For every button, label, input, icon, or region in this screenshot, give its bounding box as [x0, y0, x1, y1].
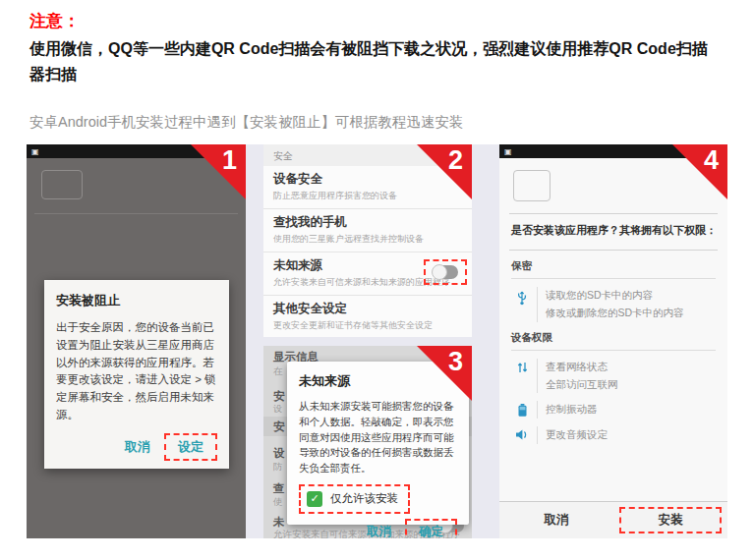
dialog-title: 安装被阻止 [56, 292, 217, 309]
bg-fragment: 安 [273, 389, 285, 404]
battery-icon [511, 401, 533, 418]
cancel-button[interactable]: 取消 [499, 502, 613, 538]
permission-line: 查看网络状态 [546, 361, 608, 372]
divider [537, 426, 538, 444]
permission-line: 修改或删除您的SD卡中的内容 [546, 307, 684, 318]
section-device-permissions: 设备权限 [511, 331, 716, 345]
panel-unknown-sources-dialog: 显示信息 在 安 设 安 设 防 查 使 未 允许安装来自可信来源和未知来源的应… [263, 346, 472, 538]
network-arrows-icon [511, 359, 533, 374]
install-button-bar: 取消 安装 [499, 501, 727, 538]
app-icon-placeholder [513, 170, 551, 201]
permission-line: 控制振动器 [546, 401, 598, 419]
cancel-button[interactable]: 取消 [359, 521, 399, 538]
bg-fragment: 在 [273, 365, 283, 378]
cancel-label: 取消 [545, 512, 569, 529]
divider [509, 250, 718, 251]
install-screen-body: 是否安装该应用程序？其将拥有以下权限： 保密 读取您的SD卡中的内容 修改或删除 [499, 158, 727, 501]
permission-line: 更改音频设定 [546, 426, 608, 444]
cancel-button[interactable]: 取消 [117, 435, 158, 459]
step-number: 1 [222, 145, 237, 176]
divider [537, 287, 538, 322]
permission-row-storage: 读取您的SD卡中的内容 修改或删除您的SD卡中的内容 [511, 287, 727, 322]
divider [537, 401, 538, 419]
allow-once-checkbox-row[interactable]: ✓ 仅允许该安装 [299, 484, 410, 514]
step-badge-triangle [191, 144, 246, 199]
highlight-box [424, 259, 467, 285]
permission-row-audio: 更改音频设定 [511, 426, 727, 444]
permission-row-vibrate: 控制振动器 [511, 401, 727, 419]
section-privacy: 保密 [511, 259, 716, 273]
dialog-body: 出于安全原因，您的设备当前已设置为阻止安装从三星应用商店以外的来源获得的应用程序… [56, 319, 217, 424]
install-blocked-dialog: 安装被阻止 出于安全原因，您的设备当前已设置为阻止安装从三星应用商店以外的来源获… [44, 280, 229, 469]
screenshots-strip: ▣ 1 4G ◢ 7 安装被阻止 出于安全原因，您的设备当前已设置为阻止安装从三… [27, 144, 727, 538]
step-number: 4 [704, 145, 719, 176]
item-subtitle: 使用您的三星账户远程查找并控制设备 [273, 233, 462, 246]
divider [34, 213, 238, 214]
unknown-sources-toggle[interactable] [433, 265, 458, 279]
permission-row-network: 查看网络状态 全部访问互联网 [511, 359, 727, 394]
divider [537, 359, 538, 394]
item-title: 其他安全设定 [273, 301, 462, 317]
dialog-buttons: 取消 确定 [299, 519, 457, 538]
dialog-body: 从未知来源安装可能损害您的设备和个人数据。轻敲确定，即表示您同意对因使用这些应用… [299, 399, 457, 476]
bg-fragment: 使 [273, 496, 283, 509]
panel-install-blocked: ▣ 1 4G ◢ 7 安装被阻止 出于安全原因，您的设备当前已设置为阻止安装从三… [27, 144, 246, 538]
permission-line: 读取您的SD卡中的内容 [546, 289, 653, 301]
panel-security-settings: 安全 设备安全 防止恶意应用程序损害您的设备 查找我的手机 使用您的三星账户远程… [263, 144, 472, 337]
step-number: 2 [448, 145, 463, 176]
app-icon-placeholder [41, 170, 83, 199]
notification-icon: ▣ [504, 147, 512, 156]
settings-item-unknown-sources[interactable]: 未知来源 允许安装来自可信来源和未知来源的应用程序 [263, 252, 472, 296]
settings-button[interactable]: 设定 [164, 433, 217, 461]
divider [511, 278, 716, 279]
item-title: 查找我的手机 [273, 214, 462, 231]
divider [511, 350, 716, 351]
dialog-buttons: 取消 设定 [56, 433, 217, 461]
settings-item-find-my-phone[interactable]: 查找我的手机 使用您的三星账户远程查找并控制设备 [263, 209, 472, 252]
permission-text: 查看网络状态 全部访问互联网 [546, 359, 618, 394]
install-button[interactable]: 安装 [619, 507, 722, 533]
bg-fragment: 设 [273, 403, 283, 416]
bg-fragment: 防 [273, 461, 283, 474]
speaker-icon [511, 426, 533, 441]
step-number: 3 [448, 347, 463, 377]
step-badge-triangle [417, 346, 472, 401]
notification-icon: ▣ [31, 147, 39, 156]
toggle-knob [432, 264, 447, 280]
dimmed-screen: 安装被阻止 出于安全原因，您的设备当前已设置为阻止安装从三星应用商店以外的来源获… [27, 158, 246, 538]
bg-fragment: 设 [273, 446, 285, 461]
tutorial-page: 注意： 使用微信，QQ等一些内建QR Code扫描会有被阻挡下载之状况，强烈建议… [0, 0, 754, 560]
item-subtitle: 更改安全更新和证书存储等其他安全设定 [273, 319, 462, 332]
permission-line: 全部访问互联网 [546, 378, 618, 390]
checkbox-checked-icon[interactable]: ✓ [307, 491, 322, 507]
warning-body: 使用微信，QQ等一些内建QR Code扫描会有被阻挡下载之状况，强烈建议使用推荐… [29, 36, 723, 88]
bg-fragment: 查 [273, 481, 285, 496]
bg-fragment: 未 [273, 515, 285, 530]
ok-button[interactable]: 确定 [405, 519, 457, 538]
divider [509, 213, 718, 214]
checkbox-label: 仅允许该安装 [330, 491, 398, 506]
bg-fragment: 安 [273, 420, 285, 434]
install-question: 是否安装该应用程序？其将拥有以下权限： [511, 223, 716, 238]
panel-install-permissions: ▣ 1 4G ◢ 7 是否安装该应用程序？其将拥有以下权限： 保密 [499, 144, 727, 538]
permission-text: 读取您的SD卡中的内容 修改或删除您的SD卡中的内容 [546, 287, 684, 322]
tutorial-subtitle: 安卓Android手机安装过程中遇到【安装被阻止】可根据教程迅速安装 [29, 113, 463, 132]
install-button-cell: 安装 [613, 502, 727, 538]
settings-item-other-security[interactable]: 其他安全设定 更改安全更新和证书存储等其他安全设定 [263, 296, 472, 337]
usb-icon [511, 287, 533, 306]
step-badge-triangle [672, 144, 727, 199]
step-badge-triangle [417, 144, 472, 199]
install-label: 安装 [659, 512, 683, 529]
warning-title: 注意： [29, 10, 80, 32]
